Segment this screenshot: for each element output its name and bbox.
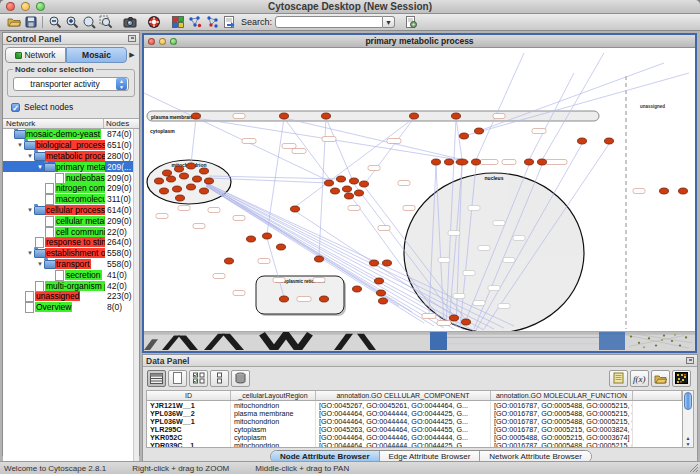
nodes-column-header[interactable]: Nodes bbox=[104, 119, 139, 128]
tree-row[interactable]: ▼biological_process651(0) bbox=[3, 140, 139, 151]
graph-node[interactable] bbox=[173, 186, 182, 192]
graph-edge[interactable] bbox=[191, 118, 196, 164]
graph-node[interactable] bbox=[320, 296, 329, 302]
float-data-panel-icon[interactable] bbox=[686, 357, 694, 364]
tree-row[interactable]: mosaic-demo-yeast874(0) bbox=[3, 129, 139, 140]
help-icon[interactable] bbox=[145, 15, 162, 30]
annotation-1-icon[interactable] bbox=[186, 15, 203, 30]
graph-node[interactable] bbox=[379, 298, 388, 304]
graph-node[interactable] bbox=[360, 181, 369, 187]
graph-node[interactable] bbox=[225, 258, 234, 264]
expand-triangle-icon[interactable]: ▼ bbox=[26, 207, 34, 213]
zoom-out-icon[interactable] bbox=[46, 15, 63, 30]
search-input[interactable] bbox=[275, 16, 383, 28]
graph-node[interactable] bbox=[247, 236, 256, 242]
snapshot-icon[interactable] bbox=[121, 15, 138, 30]
graph-node[interactable] bbox=[187, 184, 196, 190]
graph-node[interactable] bbox=[445, 159, 454, 165]
tree-row[interactable]: ▼cellular process614(0) bbox=[3, 205, 139, 216]
tree-row[interactable]: ▼establishment of loc558(0) bbox=[3, 248, 139, 259]
tab-overflow-arrow[interactable]: ▶ bbox=[127, 51, 137, 59]
graph-node[interactable] bbox=[370, 260, 379, 266]
select-nodes-checkbox[interactable]: ✓ bbox=[11, 103, 20, 112]
graph-node[interactable] bbox=[377, 290, 386, 296]
graph-node[interactable] bbox=[605, 138, 614, 144]
network-column-header[interactable]: Network bbox=[3, 119, 104, 128]
delete-attribute-icon[interactable] bbox=[231, 370, 250, 387]
graph-node[interactable] bbox=[452, 113, 461, 119]
node-color-dropdown[interactable]: transporter activity ▲▼ bbox=[13, 77, 129, 91]
tree-row[interactable]: unassigned223(0) bbox=[3, 291, 139, 302]
graph-node[interactable] bbox=[200, 168, 209, 174]
graph-node[interactable] bbox=[325, 180, 334, 186]
graph-node[interactable] bbox=[350, 178, 359, 184]
attribute-table-icon[interactable] bbox=[147, 370, 166, 387]
zoom-selected-icon[interactable] bbox=[97, 15, 114, 30]
tree-row[interactable]: cellular metabolic209(0) bbox=[3, 215, 139, 226]
graph-node[interactable] bbox=[475, 128, 484, 134]
graph-node[interactable] bbox=[660, 188, 669, 194]
background-windows-strip[interactable] bbox=[144, 331, 695, 351]
graph-node[interactable] bbox=[383, 260, 392, 266]
expand-triangle-icon[interactable]: ▼ bbox=[26, 153, 34, 159]
expand-triangle-icon[interactable]: ▼ bbox=[36, 261, 44, 267]
graph-node[interactable] bbox=[291, 206, 300, 212]
graph-node[interactable] bbox=[205, 178, 214, 184]
tree-row[interactable]: multi-organism pro42(0) bbox=[3, 280, 139, 291]
graph-node[interactable] bbox=[322, 113, 331, 119]
graph-node[interactable] bbox=[187, 163, 196, 169]
graph-node[interactable] bbox=[432, 159, 441, 165]
graph-edge[interactable] bbox=[542, 53, 604, 160]
tree-row[interactable]: ▼primary metabolic pr209(... bbox=[3, 161, 139, 172]
matrix-view-icon[interactable] bbox=[672, 370, 691, 387]
graph-edge[interactable] bbox=[326, 118, 352, 179]
graph-node[interactable] bbox=[167, 176, 176, 182]
graph-node[interactable] bbox=[180, 173, 189, 179]
expand-triangle-icon[interactable]: ▼ bbox=[26, 250, 34, 256]
float-panel-icon[interactable] bbox=[128, 35, 136, 42]
graph-edge[interactable] bbox=[366, 118, 414, 182]
graph-node[interactable] bbox=[460, 133, 469, 139]
tree-row[interactable]: ▼metabolic process280(0) bbox=[3, 151, 139, 162]
graph-node[interactable] bbox=[176, 195, 185, 201]
graph-edge[interactable] bbox=[476, 53, 524, 160]
graph-node[interactable] bbox=[578, 138, 587, 144]
tree-row[interactable]: macromolecule me311(0) bbox=[3, 194, 139, 205]
graph-node[interactable] bbox=[160, 188, 169, 194]
column-header[interactable]: annotation.GO MOLECULAR_FUNCTION bbox=[491, 391, 633, 400]
column-header[interactable]: annotation.GO CELLULAR_COMPONENT bbox=[316, 391, 491, 400]
graph-node[interactable] bbox=[538, 159, 547, 165]
import-attributes-icon[interactable] bbox=[651, 370, 670, 387]
unselect-attributes-icon[interactable] bbox=[210, 370, 229, 387]
graph-node[interactable] bbox=[337, 176, 346, 182]
tree-row[interactable]: nucleobase-contain209(0) bbox=[3, 172, 139, 183]
scrollbar-arrows[interactable]: ▲▼ bbox=[683, 435, 693, 447]
column-header[interactable]: _cellularLayoutRegion bbox=[231, 391, 316, 400]
graph-node[interactable] bbox=[331, 188, 340, 194]
open-icon[interactable] bbox=[5, 15, 22, 30]
tab-mosaic[interactable]: Mosaic bbox=[66, 47, 127, 63]
tree-row[interactable]: nitrogen compoun209(0) bbox=[3, 183, 139, 194]
graph-node[interactable] bbox=[679, 188, 688, 194]
graph-node[interactable] bbox=[155, 178, 164, 184]
graph-node[interactable] bbox=[450, 315, 459, 321]
expand-triangle-icon[interactable]: ▼ bbox=[16, 142, 24, 148]
graph-node[interactable] bbox=[410, 113, 419, 119]
notepad-icon[interactable] bbox=[609, 370, 628, 387]
annotation-2-icon[interactable] bbox=[203, 15, 220, 30]
tree-scrollbar[interactable] bbox=[133, 129, 139, 474]
tab-network[interactable]: Network bbox=[5, 47, 66, 63]
search-dropdown-arrow[interactable]: ▼ bbox=[383, 16, 395, 28]
graph-node[interactable] bbox=[456, 159, 468, 165]
column-header[interactable]: ID bbox=[147, 391, 231, 400]
graph-node[interactable] bbox=[345, 193, 354, 199]
function-builder-icon[interactable]: f(x) bbox=[630, 370, 649, 387]
graph-node[interactable] bbox=[192, 113, 201, 119]
filter-icon[interactable] bbox=[402, 15, 419, 30]
resize-grip[interactable] bbox=[688, 462, 698, 474]
graph-node[interactable] bbox=[462, 319, 471, 325]
save-icon[interactable] bbox=[22, 15, 39, 30]
graph-node[interactable] bbox=[472, 159, 481, 165]
select-attributes-icon[interactable] bbox=[189, 370, 208, 387]
graph-node[interactable] bbox=[263, 233, 272, 239]
